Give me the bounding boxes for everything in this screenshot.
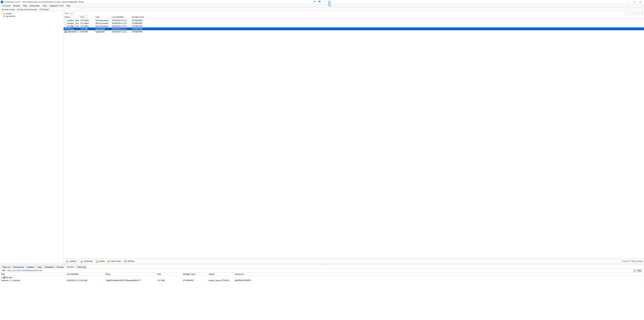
file-row[interactable]: cluster1_svm...211 bytesText Document3/2… (64, 22, 644, 25)
pencil-icon[interactable]: ✎ (628, 12, 630, 14)
tree-item-label: bucket (6, 12, 12, 15)
gear-icon[interactable]: ⚙ (641, 12, 643, 14)
svg-rect-2 (314, 1, 314, 2)
add-external-label: Add external bucket (20, 8, 37, 11)
column-type[interactable]: Type (94, 15, 111, 19)
menu-tools[interactable]: Tools (41, 4, 48, 7)
file-row[interactable]: cluster1_svm...211 bytesText Document3/2… (64, 25, 644, 27)
path-value[interactable]: / (70, 12, 73, 15)
maximize-button[interactable]: ▢ (632, 0, 637, 4)
new-folder-button[interactable]: New Folder (106, 259, 122, 263)
tab-tasks[interactable]: Tasks (1) (1, 265, 12, 269)
file-modified: 3/24/2024 12:13:53 AM (111, 19, 131, 22)
main-area: bucket sg-dummy Path: / ☆ ✎ ▢ ⟳ ▽ ⚙ Name… (0, 11, 644, 264)
tab-eventlog[interactable]: Event log (76, 265, 87, 269)
close-button[interactable]: ✕ (637, 0, 643, 4)
version-rev-modified: 3/24/2024 12:13:53 AM (66, 279, 104, 282)
file-row[interactable]: cluster1_dem...157 bytesText Document3/2… (64, 19, 644, 22)
upload-button[interactable]: Upload▾ (64, 259, 78, 263)
version-rev-size: 2.07 MB (156, 279, 182, 282)
info-icon[interactable]: i (323, 1, 326, 3)
refresh-label: Refresh (42, 8, 49, 11)
plus-icon (2, 8, 4, 11)
minimize-button[interactable]: ─ (626, 0, 632, 4)
file-type: Application (94, 31, 111, 33)
version-root-row[interactable]: −hfs.exe (0, 276, 644, 279)
file-size: 157 bytes (79, 19, 94, 22)
vcol-key[interactable]: Key (0, 273, 66, 276)
window-title: S3 Browser 11.6.7 - Free Version (for no… (4, 1, 84, 3)
star-icon[interactable]: ☆ (624, 12, 626, 14)
column-name[interactable]: Name (64, 15, 79, 19)
column-size[interactable]: ▲Size (79, 15, 94, 19)
menu-files[interactable]: Files (22, 4, 28, 7)
version-rev-key: revision #: 1 (current) (0, 279, 66, 282)
file-row[interactable]: hfs.exe2.07 MBApplication3/24/2024 12:13… (64, 27, 644, 30)
copy-button[interactable]: ⎘Copy (633, 269, 642, 272)
tab-headers[interactable]: Headers (26, 265, 36, 269)
vcol-version[interactable]: Version Id (233, 273, 644, 276)
tab-permissions[interactable]: Permissions (12, 265, 26, 269)
tab-tags[interactable]: Tags (36, 265, 43, 269)
document-icon (64, 25, 66, 27)
cloud-icon[interactable] (318, 1, 321, 3)
rect-icon[interactable] (328, 1, 331, 3)
file-row[interactable]: s3browser-11...9.58 MBApplication3/24/20… (64, 30, 644, 33)
box-icon[interactable]: ▢ (631, 12, 633, 14)
collapse-icon[interactable]: − (1, 277, 3, 278)
menu-bookmarks[interactable]: Bookmarks (28, 4, 41, 7)
delete-button[interactable]: Delete (94, 259, 106, 263)
refresh-button[interactable]: Refresh (38, 8, 50, 11)
path-label: Path: (64, 12, 69, 14)
url-row: URL: http://192.168.0.80:8080/bucket/hfs… (0, 269, 644, 272)
download-icon (80, 260, 83, 263)
vcol-size[interactable]: Size (156, 273, 182, 276)
titlebar-center-icons: i (313, 1, 331, 3)
download-button[interactable]: Download (79, 259, 94, 263)
new-folder-label: New Folder (111, 260, 121, 262)
refresh-action-button[interactable]: Refresh (122, 259, 135, 263)
keyboard-icon[interactable] (313, 1, 316, 3)
refresh-small-icon[interactable]: ⟳ (634, 12, 636, 14)
bucket-plus-icon (17, 8, 19, 11)
app-icon (1, 1, 3, 3)
svg-rect-3 (314, 1, 315, 2)
new-bucket-button[interactable]: New bucket (1, 8, 16, 11)
file-name: s3browser-11... (67, 31, 79, 33)
vcol-storage[interactable]: Storage Class (182, 273, 208, 276)
vcol-owner[interactable]: Owner (208, 273, 233, 276)
add-external-bucket-button[interactable]: Add external bucket (16, 8, 38, 11)
horizontal-splitter[interactable]: • • • (0, 264, 644, 265)
folder-icon (3, 15, 5, 17)
tree-item-bucket[interactable]: bucket (1, 12, 62, 15)
delete-label: Delete (99, 260, 105, 262)
file-modified: 3/24/2024 12:13:53 AM (111, 28, 131, 30)
menubar: Accounts Buckets Files Bookmarks Tools U… (0, 4, 644, 7)
vcol-etag[interactable]: ETag (104, 273, 156, 276)
menu-buckets[interactable]: Buckets (12, 4, 22, 7)
file-name: hfs.exe (67, 28, 74, 30)
column-modified[interactable]: Last Modified (111, 15, 131, 19)
column-storage-class[interactable]: Storage Class (131, 15, 150, 19)
tab-properties[interactable]: Properties (43, 265, 55, 269)
filter-icon[interactable]: ▽ (637, 12, 640, 14)
menu-help[interactable]: Help (65, 4, 72, 7)
version-revision-row[interactable]: revision #: 1 (current) 3/24/2024 12:13:… (0, 279, 644, 282)
vcol-modified[interactable]: Last Modified (66, 273, 104, 276)
svg-rect-0 (313, 1, 316, 3)
upload-icon (66, 260, 69, 263)
dropdown-caret-icon: ▾ (77, 261, 78, 262)
menu-upgrade[interactable]: Upgrade to Pro! (48, 4, 65, 7)
file-modified: 3/24/2024 12:13:53 AM (111, 22, 131, 24)
exe-icon (64, 31, 66, 33)
versions-table: Key Last Modified ETag Size Storage Clas… (0, 272, 644, 315)
tab-versions[interactable]: Versions (65, 265, 76, 269)
url-value[interactable]: http://192.168.0.80:8080/bucket/hfs.exe (8, 269, 42, 272)
tab-preview[interactable]: Preview (55, 265, 65, 269)
menu-accounts[interactable]: Accounts (1, 4, 12, 7)
tree-item-sg-dummy[interactable]: sg-dummy (1, 15, 62, 17)
file-name: cluster1_svm... (67, 22, 79, 24)
bottom-tabs: Tasks (1) Permissions Headers Tags Prope… (0, 265, 644, 269)
svg-rect-9 (66, 262, 68, 263)
document-icon (64, 19, 66, 22)
